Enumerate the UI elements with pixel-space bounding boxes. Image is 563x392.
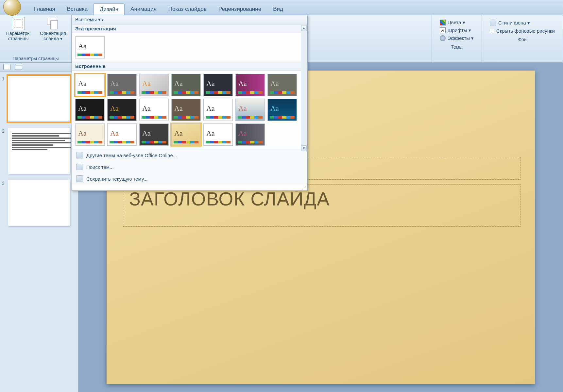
- orientation-label: Ориентация слайда ▾: [38, 31, 68, 41]
- bg-styles-label: Стили фона ▾: [498, 20, 530, 26]
- background-styles-button[interactable]: Стили фона ▾: [490, 20, 555, 26]
- slide-number: 1: [2, 76, 5, 81]
- theme-sample-text: Aa: [174, 79, 183, 88]
- outline-tab-icon[interactable]: [15, 64, 22, 70]
- theme-sample-text: Aa: [238, 104, 247, 113]
- save-current-theme-label: Сохранить текущую тему...: [86, 176, 147, 182]
- tab-slideshow[interactable]: Показ слайдов: [162, 3, 213, 15]
- theme-sample-text: Aa: [270, 79, 279, 88]
- theme-sample-text: Aa: [110, 104, 119, 113]
- group-themes: Все темы ▾ Эта презентация Aa Встроенные…: [72, 15, 432, 62]
- theme-sample-text: Aa: [78, 79, 87, 88]
- theme-color-strip: [174, 116, 198, 119]
- gallery-scrollbar[interactable]: ▲ ▼: [301, 25, 307, 151]
- theme-color-strip: [142, 141, 166, 143]
- theme-color-strip: [206, 116, 230, 119]
- theme-thumb-8[interactable]: Aa: [107, 99, 137, 121]
- theme-color-strip: [77, 141, 102, 143]
- theme-thumb-0[interactable]: Aa: [75, 74, 105, 96]
- checkbox-icon: [490, 29, 494, 33]
- theme-sample-text: Aa: [174, 129, 183, 138]
- theme-thumb-3[interactable]: Aa: [171, 74, 201, 96]
- theme-thumb-16[interactable]: Aa: [139, 123, 169, 146]
- tab-review[interactable]: Рецензирование: [213, 3, 267, 15]
- theme-thumb-17[interactable]: Aa: [171, 123, 201, 146]
- theme-color-strip: [206, 141, 230, 143]
- tab-animation[interactable]: Анимация: [125, 3, 162, 15]
- hide-bg-graphics-checkbox[interactable]: Скрыть фоновые рисунки: [490, 28, 555, 34]
- theme-thumb-9[interactable]: Aa: [139, 99, 169, 121]
- theme-thumb-5[interactable]: Aa: [235, 74, 265, 96]
- theme-sample-text: Aa: [206, 129, 215, 138]
- fonts-label: Шрифты ▾: [448, 27, 471, 33]
- bg-styles-icon: [490, 20, 496, 26]
- theme-thumb-1[interactable]: Aa: [107, 74, 137, 96]
- theme-color-strip: [77, 116, 102, 119]
- theme-color-strip: [174, 91, 198, 94]
- theme-sample-text: Aa: [78, 129, 87, 138]
- theme-thumb-current[interactable]: Aa: [75, 36, 105, 58]
- theme-effects-button[interactable]: Эффекты ▾: [440, 35, 474, 41]
- gallery-resize-grip[interactable]: ⋰: [72, 185, 307, 190]
- scroll-up-icon[interactable]: ▲: [301, 25, 307, 31]
- colors-label: Цвета ▾: [448, 20, 465, 25]
- scroll-down-icon[interactable]: ▼: [301, 145, 307, 151]
- theme-thumb-11[interactable]: Aa: [203, 99, 233, 121]
- theme-color-strip: [110, 91, 134, 94]
- theme-thumb-4[interactable]: Aa: [203, 74, 233, 96]
- save-icon: [77, 175, 83, 182]
- theme-thumb-6[interactable]: Aa: [267, 74, 297, 96]
- more-themes-online-label: Другие темы на веб-узле Office Online...: [86, 153, 177, 158]
- theme-thumb-14[interactable]: Aa: [75, 123, 105, 146]
- theme-thumb-12[interactable]: Aa: [235, 99, 265, 121]
- ribbon: Параметры страницы Ориентация слайда ▾ П…: [0, 15, 563, 63]
- theme-color-strip: [270, 116, 295, 119]
- theme-color-strip: [110, 116, 134, 119]
- group-page-setup: Параметры страницы Ориентация слайда ▾ П…: [0, 15, 72, 62]
- theme-sample-text: Aa: [110, 79, 119, 88]
- theme-sample-text: Aa: [142, 79, 151, 88]
- tab-design[interactable]: Дизайн: [94, 3, 125, 16]
- slide-number: 2: [2, 128, 5, 134]
- theme-thumb-10[interactable]: Aa: [171, 99, 201, 121]
- more-themes-online[interactable]: Другие темы на веб-узле Office Online...: [72, 149, 307, 161]
- tab-home[interactable]: Главная: [28, 3, 61, 15]
- theme-color-strip: [238, 141, 263, 143]
- ribbon-right: Цвета ▾ AШрифты ▾ Эффекты ▾ Темы Стили ф…: [432, 15, 563, 62]
- tab-view[interactable]: Вид: [267, 3, 289, 15]
- theme-thumb-13[interactable]: Aa: [267, 99, 297, 121]
- gallery-menu: Другие темы на веб-узле Office Online...…: [72, 149, 307, 185]
- save-current-theme[interactable]: Сохранить текущую тему...: [72, 173, 307, 185]
- theme-thumb-7[interactable]: Aa: [75, 99, 105, 121]
- theme-thumb-19[interactable]: Aa: [235, 123, 265, 146]
- search-themes-label: Поиск тем...: [86, 164, 114, 170]
- all-themes-header[interactable]: Все темы ▾: [72, 15, 307, 24]
- slide-thumb-2[interactable]: 2: [8, 128, 75, 174]
- theme-sample-text: Aa: [206, 104, 215, 113]
- colors-icon: [440, 20, 446, 25]
- theme-colors-button[interactable]: Цвета ▾: [440, 20, 474, 25]
- theme-sample-text: Aa: [238, 129, 247, 138]
- theme-thumb-18[interactable]: Aa: [203, 123, 233, 146]
- orientation-icon: [46, 17, 60, 30]
- theme-color-strip: [206, 91, 230, 94]
- theme-thumb-15[interactable]: Aa: [107, 123, 137, 146]
- theme-sample-text: Aa: [238, 79, 247, 88]
- slide-thumb-3[interactable]: 3: [8, 180, 75, 226]
- hide-bg-label: Скрыть фоновые рисунки: [496, 28, 555, 34]
- search-themes[interactable]: Поиск тем...: [72, 161, 307, 173]
- slide-thumb-1[interactable]: 1: [8, 75, 75, 122]
- group-label-themes: Темы: [451, 44, 462, 50]
- theme-color-strip: [110, 141, 134, 143]
- slide-number: 3: [2, 181, 5, 186]
- theme-thumb-2[interactable]: Aa: [139, 74, 169, 96]
- theme-color-strip: [270, 91, 295, 94]
- group-label-page-setup: Параметры страницы: [12, 55, 59, 62]
- theme-color-strip: [77, 91, 102, 94]
- tab-insert[interactable]: Вставка: [61, 3, 94, 15]
- theme-sample-text: Aa: [142, 104, 151, 113]
- page-params-button[interactable]: Параметры страницы: [3, 17, 33, 41]
- slide-orientation-button[interactable]: Ориентация слайда ▾: [38, 17, 68, 41]
- theme-fonts-button[interactable]: AШрифты ▾: [440, 27, 474, 33]
- slides-tab-icon[interactable]: [3, 64, 10, 70]
